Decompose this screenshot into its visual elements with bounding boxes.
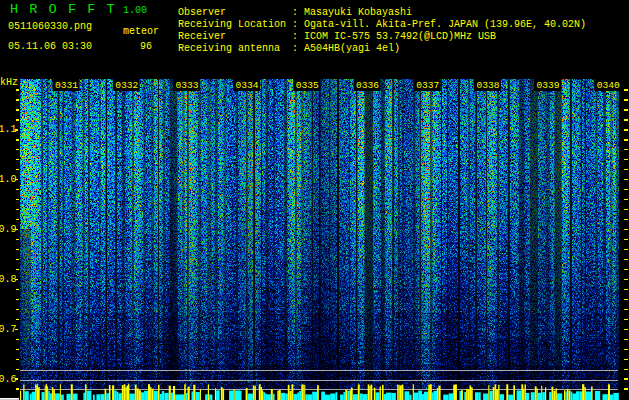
svg-text:0340: 0340 (597, 80, 620, 91)
svg-text:0332: 0332 (115, 80, 138, 91)
svg-text:0339: 0339 (537, 80, 560, 91)
svg-text:0337: 0337 (416, 80, 439, 91)
svg-text:0334: 0334 (236, 80, 259, 91)
svg-text:0333: 0333 (175, 80, 198, 91)
svg-text:0338: 0338 (476, 80, 499, 91)
svg-text:0335: 0335 (296, 80, 319, 91)
svg-text:0331: 0331 (55, 80, 78, 91)
svg-text:0336: 0336 (356, 80, 379, 91)
